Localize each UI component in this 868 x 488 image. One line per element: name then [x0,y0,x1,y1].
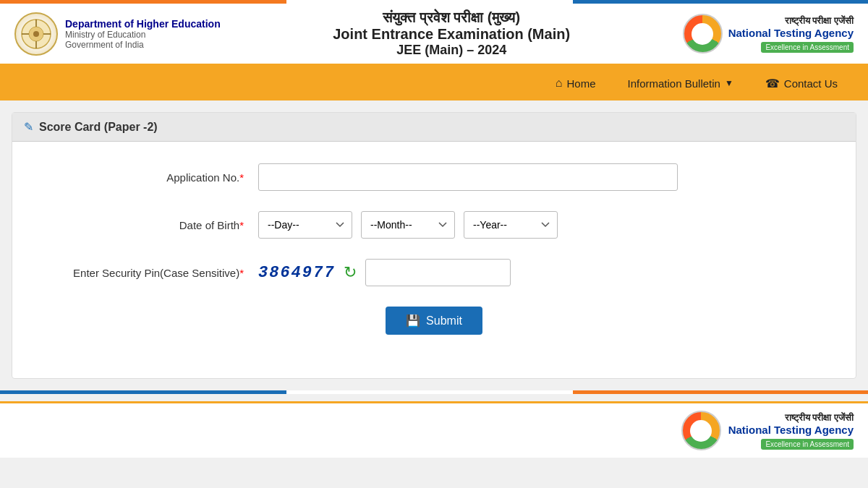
nav-home-label: Home [566,77,595,90]
nta-logo-icon [683,14,723,53]
header-title: संयुक्त प्रवेश परीक्षा (मुख्य) Joint Ent… [221,9,683,58]
nta-text: राष्ट्रीय परीक्षा एजेंसी National Testin… [728,15,854,53]
chevron-down-icon: ▼ [725,78,733,88]
submit-label: Submit [426,314,462,328]
application-no-label: Application No.* [41,171,258,184]
navbar: ⌂ Home Information Bulletin ▼ ☎ Contact … [0,66,868,100]
year-title: JEE (Main) – 2024 [221,43,683,58]
required-marker-pin: * [239,267,244,279]
nav-info-label: Information Bulletin [628,77,720,90]
submit-button[interactable]: 💾 Submit [386,307,482,335]
main-content: ✎ Score Card (Paper -2) Application No.*… [12,112,856,379]
contact-icon: ☎ [765,77,780,90]
application-no-input[interactable] [258,163,678,191]
dept-name: Department of Higher Education [65,18,221,30]
refresh-captcha-icon[interactable]: ↻ [344,263,357,282]
year-select[interactable]: --Year-- [464,211,558,239]
header-left: Department of Higher Education Ministry … [14,12,221,56]
govt-emblem [14,12,58,56]
required-marker-dob: * [239,219,244,231]
dob-selects: --Day-- --Month-- --Year-- [258,211,558,239]
nta-eng-name: National Testing Agency [728,27,854,40]
govt-name: Government of India [65,40,221,50]
submit-row: 💾 Submit [41,307,827,335]
section-header: ✎ Score Card (Paper -2) [12,113,856,142]
home-icon: ⌂ [556,77,563,90]
nav-info-bulletin[interactable]: Information Bulletin ▼ [612,66,749,100]
required-marker: * [239,171,244,184]
page-header: Department of Higher Education Ministry … [0,4,868,66]
dob-label: Date of Birth* [41,219,258,231]
nta-hindi-name: राष्ट्रीय परीक्षा एजेंसी [728,15,854,27]
score-card-form: Application No.* Date of Birth* --Day-- … [12,142,856,356]
footer-nta-logo: राष्ट्रीय परीक्षा एजेंसी National Testin… [681,411,854,450]
ministry-name: Ministry of Education [65,30,221,40]
nta-tagline: Excellence in Assessment [761,42,854,53]
dept-info: Department of Higher Education Ministry … [65,18,221,50]
security-pin-group: 3864977 ↻ [258,259,511,286]
application-no-row: Application No.* [41,163,827,191]
edit-icon: ✎ [24,120,33,134]
nav-contact-label: Contact Us [784,77,838,90]
footer-nta-tagline: Excellence in Assessment [761,439,854,450]
nav-contact[interactable]: ☎ Contact Us [749,66,854,100]
floppy-disk-icon: 💾 [406,314,420,328]
page-footer: राष्ट्रीय परीक्षा एजेंसी National Testin… [0,401,868,458]
footer-nta-eng: National Testing Agency [728,424,854,437]
svg-point-2 [33,31,39,37]
section-title: Score Card (Paper -2) [39,121,158,134]
footer-nta-hindi: राष्ट्रीय परीक्षा एजेंसी [728,412,854,424]
security-pin-input[interactable] [365,259,511,286]
hindi-title: संयुक्त प्रवेश परीक्षा (मुख्य) [221,9,683,26]
nta-logo: राष्ट्रीय परीक्षा एजेंसी National Testin… [683,14,854,53]
captcha-display: 3864977 [258,264,335,282]
footer-nta-text: राष्ट्रीय परीक्षा एजेंसी National Testin… [728,412,854,450]
day-select[interactable]: --Day-- [258,211,352,239]
dob-row: Date of Birth* --Day-- --Month-- --Year-… [41,211,827,239]
security-pin-row: Enter Security Pin(Case Sensitive)* 3864… [41,259,827,286]
footer-nta-logo-icon [681,411,721,450]
eng-title: Joint Entrance Examination (Main) [221,26,683,43]
security-pin-label: Enter Security Pin(Case Sensitive)* [41,267,258,279]
nav-home[interactable]: ⌂ Home [540,66,612,100]
month-select[interactable]: --Month-- [361,211,455,239]
